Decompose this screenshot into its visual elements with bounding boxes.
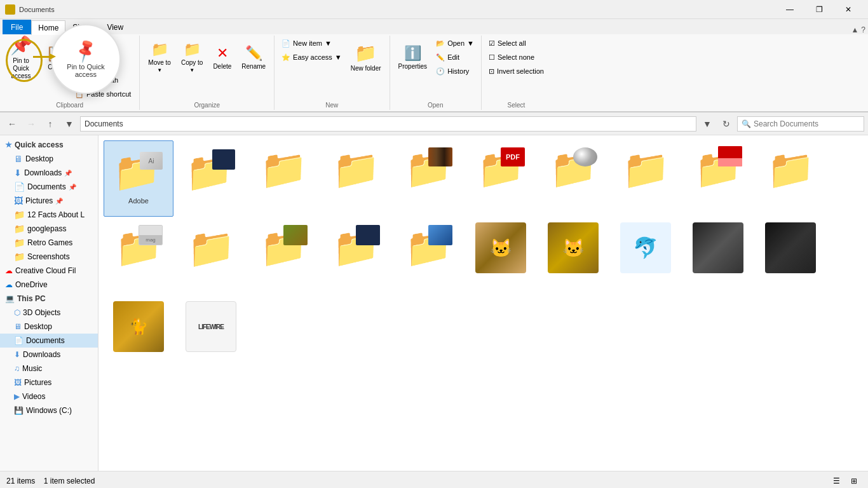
recent-locations-button[interactable]: ▼ (61, 116, 78, 132)
file-item-19[interactable] (683, 219, 753, 295)
file-item-13[interactable]: 📁 (248, 219, 318, 295)
this-pc-label: This PC (17, 294, 46, 303)
sidebar-item-googlepass[interactable]: 📁 googlepass (0, 222, 98, 236)
forward-button[interactable]: → (23, 116, 39, 132)
sidebar-item-creativecloud[interactable]: ☁ Creative Cloud Fil (0, 264, 98, 278)
sidebar-item-screenshots[interactable]: 📁 Screenshots (0, 250, 98, 264)
edit-button[interactable]: ✏️ Edit (433, 51, 477, 64)
file-item-16[interactable]: 🐱 (466, 219, 536, 295)
sidebar-item-downloads-pc[interactable]: ⬇ Downloads (0, 348, 98, 362)
folder4-thumb: 📁 (330, 144, 381, 194)
refresh-button[interactable]: ↻ (718, 116, 735, 132)
help-icon[interactable]: ? (861, 25, 865, 34)
back-button[interactable]: ← (4, 116, 20, 132)
sidebar-item-pictures-pc[interactable]: 🖼 Pictures (0, 376, 98, 390)
videos-label: Videos (22, 392, 45, 401)
file-item-10[interactable]: 📁 (756, 140, 825, 217)
select-all-button[interactable]: ☑ Select all (485, 37, 547, 50)
file-item-3[interactable]: 📁 (248, 140, 318, 217)
large-icons-view-button[interactable]: ⊞ (846, 473, 862, 489)
maximize-button[interactable]: ❐ (804, 0, 834, 19)
file-item-11[interactable]: 📁 mag (104, 219, 173, 295)
sidebar-item-windows-c[interactable]: 💾 Windows (C:) (0, 403, 98, 417)
file-item-9[interactable]: 📁 (683, 140, 753, 217)
quick-access-section[interactable]: ★ Quick access (0, 138, 98, 152)
copy-to-label: Copy to (181, 59, 203, 66)
sidebar-item-downloads[interactable]: ⬇ Downloads 📌 (0, 166, 98, 180)
file-item-7[interactable]: 📁 (538, 140, 608, 217)
new-folder-button[interactable]: 📁 New folder (346, 37, 386, 78)
sidebar-item-retrogames[interactable]: 📁 Retro Games (0, 236, 98, 250)
up-button[interactable]: ↑ (42, 116, 58, 132)
pin-tooltip-overlay: 📌 Pin to Quickaccess (51, 24, 121, 94)
sidebar-item-documents-quick[interactable]: 📄 Documents 📌 (0, 180, 98, 194)
search-input[interactable] (754, 119, 849, 128)
sidebar-item-12facts[interactable]: 📁 12 Facts About L (0, 208, 98, 222)
file-item-22[interactable]: LIFEWIRE (176, 298, 246, 374)
item-count: 21 items (6, 477, 35, 485)
file-item-17[interactable]: 🐱 (538, 219, 608, 295)
file-item-adobe[interactable]: 📁 Ai Adobe (104, 140, 173, 217)
details-view-button[interactable]: ☰ (829, 473, 844, 489)
history-button[interactable]: 🕐 History (433, 65, 477, 78)
delete-button[interactable]: ✕ Delete (208, 37, 236, 78)
sidebar-item-desktop[interactable]: 🖥 Desktop (0, 152, 98, 166)
file-item-18[interactable]: 🐬 (611, 219, 681, 295)
folder8-thumb: 📁 (620, 144, 671, 194)
sidebar-item-3dobjects[interactable]: ⬡ 3D Objects (0, 306, 98, 320)
new-item-button[interactable]: 📄 New item ▼ (278, 37, 345, 50)
folder11-overlay: mag (139, 225, 163, 245)
sidebar-item-music[interactable]: ♫ Music (0, 362, 98, 376)
file-item-5[interactable]: 📁 (393, 140, 463, 217)
file-item-2[interactable]: 📁 (176, 140, 246, 217)
move-to-arrow: ▼ (157, 67, 162, 73)
this-pc-section[interactable]: 💻 This PC (0, 292, 98, 306)
file-item-6[interactable]: 📁 PDF (466, 140, 536, 217)
minimize-button[interactable]: — (775, 0, 804, 19)
quick-access-label: Quick access (15, 140, 64, 149)
properties-button[interactable]: ℹ️ Properties (394, 37, 432, 78)
rename-icon: ✏️ (245, 45, 262, 62)
folder7-thumb: 📁 (548, 144, 599, 188)
move-to-button[interactable]: 📁 Move to ▼ (144, 37, 175, 78)
tab-file[interactable]: File (3, 20, 31, 34)
file-item-20[interactable] (756, 219, 825, 295)
sidebar-item-onedrive[interactable]: ☁ OneDrive (0, 278, 98, 292)
quick-access-star-icon: ★ (5, 140, 12, 149)
folder6-overlay: PDF (501, 147, 525, 166)
search-bar[interactable]: 🔍 (737, 116, 864, 132)
folder4-icon: 📁 (332, 147, 380, 192)
folder2-thumb: 📁 (186, 144, 236, 194)
file-item-12[interactable]: 📁 (176, 219, 246, 295)
open-button[interactable]: 📂 Open ▼ (433, 37, 477, 50)
sidebar-item-pictures[interactable]: 🖼 Pictures 📌 (0, 194, 98, 208)
file-item-8[interactable]: 📁 (611, 140, 681, 217)
file-item-4[interactable]: 📁 (321, 140, 391, 217)
file-item-21[interactable]: 🐈 (104, 298, 173, 374)
ribbon-collapse-icon[interactable]: ▲ (851, 25, 858, 34)
open-buttons: ℹ️ Properties 📂 Open ▼ ✏️ Edit 🕐 (394, 37, 477, 100)
sidebar-item-documents-pc[interactable]: 📄 Documents (0, 334, 98, 348)
address-dropdown-button[interactable]: ▼ (699, 116, 715, 132)
copy-to-button[interactable]: 📁 Copy to ▼ (177, 37, 207, 78)
title-bar-left: Documents (5, 4, 55, 15)
close-button[interactable]: ✕ (834, 0, 863, 19)
file-item-14[interactable]: 📁 (321, 219, 391, 295)
folder22-thumb: LIFEWIRE (186, 301, 236, 352)
sidebar-item-videos[interactable]: ▶ Videos (0, 390, 98, 403)
invert-selection-button[interactable]: ⊡ Invert selection (485, 65, 547, 78)
easy-access-label: Easy access (293, 53, 332, 61)
properties-label: Properties (398, 63, 428, 70)
folder21-thumb: 🐈 (113, 301, 164, 352)
folder6-thumb: 📁 PDF (475, 144, 526, 188)
new-item-label: New item (293, 39, 322, 47)
folder16-thumb: 🐱 (475, 222, 526, 273)
easy-access-button[interactable]: ⭐ Easy access ▼ (278, 51, 345, 64)
rename-button[interactable]: ✏️ Rename (237, 37, 270, 78)
sidebar-item-desktop-pc[interactable]: 🖥 Desktop (0, 320, 98, 334)
folder9-thumb: 📁 (693, 144, 743, 188)
select-none-button[interactable]: ☐ Select none (485, 51, 547, 64)
folder3-icon: 📁 (260, 147, 308, 192)
file-item-15[interactable]: 📁 (393, 219, 463, 295)
address-bar[interactable]: Documents (80, 116, 696, 132)
